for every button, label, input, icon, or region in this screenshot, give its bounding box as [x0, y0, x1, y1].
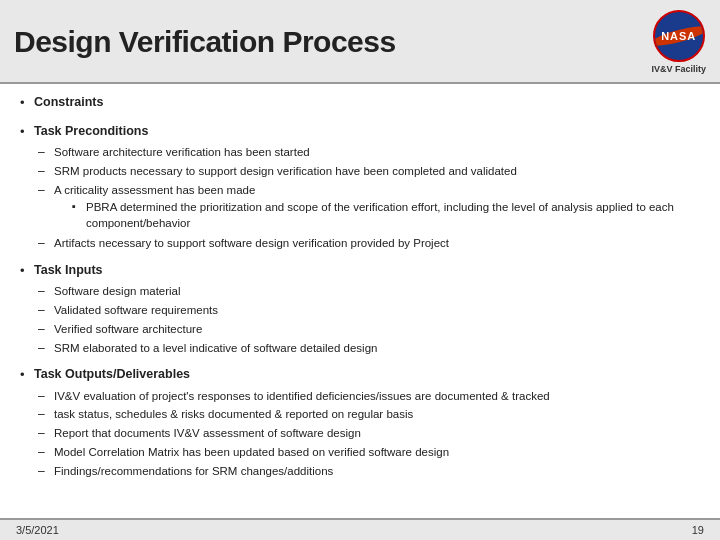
output-item-1: IV&V evaluation of project's responses t… [54, 388, 700, 404]
output-row-5: – Findings/recommendations for SRM chang… [38, 463, 700, 480]
section-task-inputs: • Task Inputs – Software design material… [20, 262, 700, 358]
inputs-title: Task Inputs [34, 262, 700, 280]
precondition-item-3: A criticality assessment has been made [54, 184, 255, 196]
bullet-row-preconditions: • Task Preconditions [20, 123, 700, 141]
footer-date: 3/5/2021 [16, 524, 59, 536]
dash-row-4: – Artifacts necessary to support softwar… [38, 235, 700, 252]
preconditions-title: Task Preconditions [34, 123, 700, 141]
facility-label: IV&V Facility [651, 64, 706, 74]
preconditions-list: – Software architecture verification has… [38, 144, 700, 252]
output-item-3: Report that documents IV&V assessment of… [54, 425, 700, 441]
input-item-4: SRM elaborated to a level indicative of … [54, 340, 700, 356]
bullet-row-inputs: • Task Inputs [20, 262, 700, 280]
sub-dash-list-pbra: ▪ PBRA determined the prioritization and… [72, 199, 700, 231]
outputs-list: – IV&V evaluation of project's responses… [38, 388, 700, 480]
bullet-constraints: • [20, 94, 34, 112]
nasa-emblem: NASA [653, 10, 705, 62]
pbra-item: PBRA determined the prioritization and s… [86, 199, 700, 231]
output-row-2: – task status, schedules & risks documen… [38, 406, 700, 423]
content-area: • Constraints • Task Preconditions – Sof… [0, 84, 720, 518]
footer: 3/5/2021 19 [0, 518, 720, 540]
output-item-5: Findings/recommendations for SRM changes… [54, 463, 700, 479]
dash-row-1: – Software architecture verification has… [38, 144, 700, 161]
header: Design Verification Process NASA IV&V Fa… [0, 0, 720, 84]
nasa-logo: NASA IV&V Facility [651, 10, 706, 74]
bullet-row-constraints: • Constraints [20, 94, 700, 112]
input-row-2: – Validated software requirements [38, 302, 700, 319]
input-row-1: – Software design material [38, 283, 700, 300]
precondition-item-2: SRM products necessary to support design… [54, 163, 700, 179]
footer-page-number: 19 [692, 524, 704, 536]
output-row-3: – Report that documents IV&V assessment … [38, 425, 700, 442]
section-task-outputs: • Task Outputs/Deliverables – IV&V evalu… [20, 366, 700, 481]
input-row-4: – SRM elaborated to a level indicative o… [38, 340, 700, 357]
output-row-4: – Model Correlation Matrix has been upda… [38, 444, 700, 461]
output-item-2: task status, schedules & risks documente… [54, 406, 700, 422]
input-item-1: Software design material [54, 283, 700, 299]
inputs-list: – Software design material – Validated s… [38, 283, 700, 356]
dash-row-3: – A criticality assessment has been made… [38, 182, 700, 233]
page: Design Verification Process NASA IV&V Fa… [0, 0, 720, 540]
input-row-3: – Verified software architecture [38, 321, 700, 338]
dash-row-2: – SRM products necessary to support desi… [38, 163, 700, 180]
constraints-title: Constraints [34, 94, 700, 112]
output-row-1: – IV&V evaluation of project's responses… [38, 388, 700, 405]
section-task-preconditions: • Task Preconditions – Software architec… [20, 123, 700, 254]
bullet-inputs: • [20, 262, 34, 280]
input-item-3: Verified software architecture [54, 321, 700, 337]
nasa-text: NASA [661, 30, 696, 42]
precondition-item-3-wrapper: A criticality assessment has been made ▪… [54, 182, 700, 233]
precondition-item-4: Artifacts necessary to support software … [54, 235, 700, 251]
outputs-title: Task Outputs/Deliverables [34, 366, 700, 384]
bullet-outputs: • [20, 366, 34, 384]
bullet-preconditions: • [20, 123, 34, 141]
output-item-4: Model Correlation Matrix has been update… [54, 444, 700, 460]
sub-dash-row-pbra: ▪ PBRA determined the prioritization and… [72, 199, 700, 231]
page-title: Design Verification Process [14, 25, 396, 59]
bullet-row-outputs: • Task Outputs/Deliverables [20, 366, 700, 384]
section-constraints: • Constraints [20, 94, 700, 115]
precondition-item-1: Software architecture verification has b… [54, 144, 700, 160]
input-item-2: Validated software requirements [54, 302, 700, 318]
